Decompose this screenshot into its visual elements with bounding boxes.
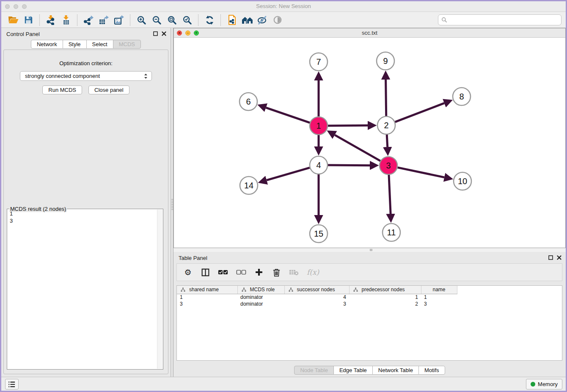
splitter-grip[interactable] [370,249,372,251]
graph-edge-3-1[interactable] [335,135,380,161]
tab-select[interactable]: Select [86,40,113,49]
network-window-titlebar: ✕ − + scc.txt [174,28,565,38]
mcds-result-text[interactable]: 13 [10,210,157,368]
table-settings-button[interactable]: ⚙ [183,267,193,277]
zoom-in-button[interactable] [134,14,149,27]
graph-edge-2-9[interactable] [386,80,386,116]
graph-edge-4-3[interactable] [328,165,370,166]
graph-edge-1-6[interactable] [266,108,310,123]
save-session-button[interactable] [21,14,36,27]
network-view-title: scc.txt [174,28,565,37]
graph-node-11[interactable]: 11 [383,224,400,241]
tab-mcds[interactable]: MCDS [113,40,141,49]
close-panel-button[interactable]: Close panel [88,86,129,94]
graph-node-4[interactable]: 4 [310,156,328,174]
table-row[interactable]: 1dominator411 [177,294,562,301]
cell-mcds-role[interactable]: dominator [237,294,284,301]
zoom-selected-button[interactable] [179,14,195,27]
import-network-button[interactable] [43,14,58,27]
create-column-button[interactable] [254,267,264,277]
import-table-button[interactable] [58,14,74,27]
cell-successor-nodes[interactable]: 3 [284,301,349,307]
close-window-button[interactable] [5,4,10,9]
column-header-shared-name[interactable]: shared name [177,286,237,294]
float-panel-icon[interactable] [153,31,158,36]
graph-edge-4-14[interactable] [267,168,310,180]
show-hide-button[interactable] [270,14,285,27]
graph-node-3[interactable]: 3 [380,157,397,174]
zoom-out-button[interactable] [149,14,164,27]
float-panel-icon[interactable] [548,255,553,260]
vertical-splitter[interactable] [171,28,173,377]
column-header-name[interactable]: name [421,286,457,294]
visual-styles-button[interactable] [255,14,270,27]
clone-network-button[interactable] [224,14,239,27]
graph-node-10[interactable]: 10 [454,172,471,190]
maximize-window-button[interactable] [22,4,27,9]
show-columns-button[interactable] [201,267,210,277]
tab-motifs[interactable]: Motifs [418,366,445,375]
tab-network[interactable]: Network [31,40,63,49]
memory-status-icon [531,382,535,386]
optimization-criterion-label: Optimization criterion: [4,60,168,66]
close-panel-icon[interactable] [557,255,561,260]
graph-node-14[interactable]: 14 [240,177,258,194]
cell-name[interactable]: 1 [421,294,457,301]
deselect-all-button[interactable] [236,267,246,277]
export-table-button[interactable] [96,14,111,27]
cell-mcds-role[interactable]: dominator [237,301,284,307]
cell-shared-name[interactable]: 1 [177,294,237,301]
select-all-button[interactable] [218,267,228,277]
tab-style[interactable]: Style [63,40,87,49]
graph-node-9[interactable]: 9 [377,52,394,70]
horizontal-splitter[interactable] [173,248,566,252]
network-canvas[interactable]: 7968124314101511 [174,38,565,248]
close-panel-icon[interactable] [162,31,166,36]
export-network-button[interactable] [81,14,96,27]
cell-shared-name[interactable]: 3 [177,301,237,307]
graph-node-1[interactable]: 1 [310,117,328,135]
task-history-button[interactable] [5,379,19,389]
delete-column-button[interactable] [272,267,281,277]
cell-name[interactable]: 3 [421,301,457,307]
memory-button[interactable]: Memory [526,379,562,389]
graph-edge-3-11[interactable] [389,175,391,214]
function-builder-button[interactable]: f(x) [307,267,319,277]
tab-network-table[interactable]: Network Table [372,366,419,375]
graph-edge-2-3[interactable] [387,135,388,147]
open-file-button[interactable] [6,14,21,27]
delete-table-button[interactable] [289,267,299,277]
optimization-criterion-select[interactable]: strongly connected component [20,71,152,81]
cell-predecessor-nodes[interactable]: 1 [349,294,421,301]
graph-edge-2-8[interactable] [395,103,444,122]
search-input[interactable] [449,17,558,24]
search-box[interactable] [438,14,561,25]
graph-edge-3-10[interactable] [398,168,445,177]
graph-edge-1-2[interactable] [328,125,368,126]
column-header-successor-nodes[interactable]: successor nodes [284,286,349,294]
zoom-fit-button[interactable] [164,14,179,27]
tab-node-table[interactable]: Node Table [294,366,334,375]
close-view-button[interactable]: ✕ [177,30,182,36]
column-header-predecessor-nodes[interactable]: predecessor nodes [349,286,421,294]
run-mcds-button[interactable]: Run MCDS [42,86,82,94]
home-button[interactable] [239,14,255,27]
column-header-mcds-role[interactable]: MCDS role [237,286,284,294]
graph-node-15[interactable]: 15 [310,225,328,243]
table-row[interactable]: 3dominator323 [177,301,562,307]
minimize-window-button[interactable] [14,4,18,9]
export-image-button[interactable] [111,14,127,27]
refresh-button[interactable] [202,14,217,27]
result-scrollbar[interactable] [157,210,162,369]
splitter-grip[interactable] [171,199,173,210]
tab-edge-table[interactable]: Edge Table [333,366,373,375]
minimize-view-button[interactable]: − [185,30,190,36]
maximize-view-button[interactable]: + [194,30,199,36]
cell-successor-nodes[interactable]: 4 [284,294,349,301]
graph-node-8[interactable]: 8 [453,88,471,105]
graph-node-2[interactable]: 2 [377,116,395,134]
graph-node-6[interactable]: 6 [239,93,257,110]
cell-predecessor-nodes[interactable]: 2 [349,301,421,307]
shared-column-icon [181,287,185,292]
graph-node-7[interactable]: 7 [310,53,328,71]
